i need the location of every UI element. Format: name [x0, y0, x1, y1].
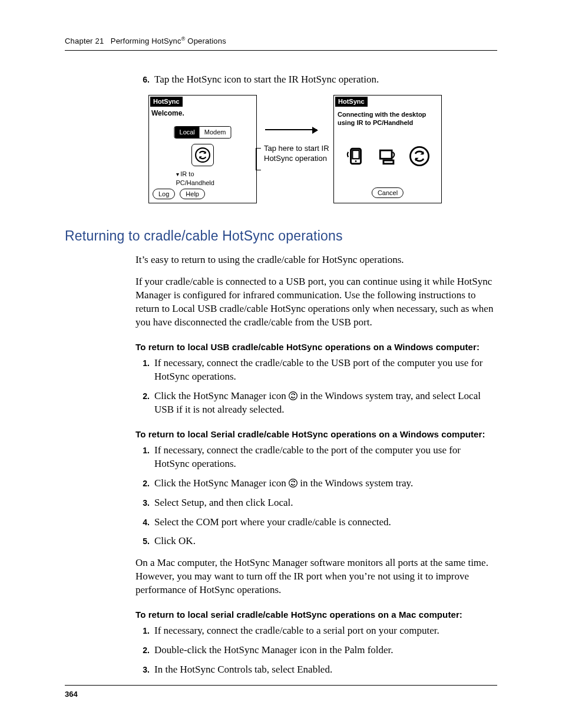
- subheading-serial-windows: To return to local Serial cradle/cable H…: [135, 429, 497, 440]
- step-text: Click the HotSync Manager icon in the Wi…: [154, 477, 497, 490]
- sync-icon: [195, 147, 210, 163]
- step-text: Select the COM port where your cradle/ca…: [154, 516, 497, 529]
- list-item: 1. If necessary, connect the cradle/cabl…: [135, 357, 497, 384]
- panel-title: HotSync: [335, 97, 368, 107]
- chapter-title-1: Performing HotSync: [111, 37, 181, 45]
- hotsync-panel-left: HotSync Welcome. Local Modem IR to PC/Ha…: [148, 95, 257, 203]
- step-number: 3.: [135, 663, 154, 677]
- list-serial-mac: 1. If necessary, connect the cradle/cabl…: [135, 624, 497, 677]
- step-number: 1.: [135, 624, 154, 638]
- list-item: 4. Select the COM port where your cradle…: [135, 516, 497, 529]
- step-text: Click OK.: [154, 535, 497, 548]
- hotsync-panel-right: HotSync Connecting with the desktop usin…: [333, 95, 442, 203]
- step-number: 4.: [135, 516, 154, 529]
- step-text: If necessary, connect the cradle/cable t…: [154, 624, 497, 638]
- connecting-text: Connecting with the desktop using IR to …: [338, 111, 438, 127]
- step-text: Double-click the HotSync Manager icon in…: [154, 644, 497, 657]
- list-item: 1. If necessary, connect the cradle/cabl…: [135, 444, 497, 471]
- local-modem-segment[interactable]: Local Modem: [174, 126, 232, 139]
- running-header: Chapter 21 Performing HotSync® Operation…: [65, 35, 497, 51]
- step-number: 1.: [135, 444, 154, 471]
- paragraph: On a Mac computer, the HotSync Manager s…: [135, 556, 497, 597]
- list-item: 3. In the HotSync Controls tab, select E…: [135, 663, 497, 677]
- section-heading: Returning to cradle/cable HotSync operat…: [65, 227, 497, 245]
- list-item: 2. Click the HotSync Manager icon in the…: [135, 477, 497, 490]
- step-6: 6. Tap the HotSync icon to start the IR …: [135, 73, 497, 87]
- list-item: 2. Click the HotSync Manager icon in the…: [135, 390, 497, 417]
- step-text: If necessary, connect the cradle/cable t…: [154, 357, 497, 384]
- list-serial-windows: 1. If necessary, connect the cradle/cabl…: [135, 444, 497, 549]
- callout-text: Tap here to start IR HotSync operation: [264, 143, 333, 164]
- hotsync-icon[interactable]: [191, 144, 214, 166]
- subheading-serial-mac: To return to local serial cradle/cable H…: [135, 609, 497, 621]
- ir-dropdown[interactable]: IR to PC/Handheld: [176, 170, 230, 187]
- welcome-text: Welcome.: [151, 108, 184, 118]
- chapter-label: Chapter 21: [65, 37, 104, 45]
- step-number: 2.: [135, 477, 154, 490]
- paragraph: If your cradle/cable is connected to a U…: [135, 275, 497, 330]
- page-number: 364: [65, 685, 497, 700]
- step-number: 6.: [135, 73, 154, 87]
- list-usb-windows: 1. If necessary, connect the cradle/cabl…: [135, 357, 497, 417]
- figure-callout: Tap here to start IR HotSync operation: [257, 95, 333, 123]
- step-text: If necessary, connect the cradle/cable t…: [154, 444, 497, 471]
- content-area: 6. Tap the HotSync icon to start the IR …: [135, 73, 497, 677]
- list-item: 2. Double-click the HotSync Manager icon…: [135, 644, 497, 657]
- step-number: 1.: [135, 357, 154, 384]
- hotsync-manager-icon: [289, 479, 297, 487]
- help-button[interactable]: Help: [180, 189, 205, 199]
- status-icons: [334, 146, 441, 166]
- bracket-icon: [256, 148, 261, 170]
- cancel-button[interactable]: Cancel: [372, 187, 404, 198]
- step-text: Tap the HotSync icon to start the IR Hot…: [154, 73, 497, 87]
- log-button[interactable]: Log: [153, 189, 175, 199]
- hotsync-manager-icon: [289, 391, 297, 400]
- page: Chapter 21 Performing HotSync® Operation…: [0, 0, 562, 728]
- sync-icon: [409, 146, 429, 166]
- handheld-icon: [346, 146, 366, 166]
- step-number: 2.: [135, 390, 154, 417]
- subheading-usb-windows: To return to local USB cradle/cable HotS…: [135, 341, 497, 353]
- step-number: 2.: [135, 644, 154, 657]
- list-item: 5. Click OK.: [135, 535, 497, 548]
- list-item: 3. Select Setup, and then click Local.: [135, 496, 497, 510]
- step-text: Select Setup, and then click Local.: [154, 496, 497, 510]
- segment-local[interactable]: Local: [175, 127, 200, 138]
- step-text: In the HotSync Controls tab, select Enab…: [154, 663, 497, 677]
- step-text: Click the HotSync Manager icon in the Wi…: [154, 390, 497, 417]
- reg-mark: ®: [181, 36, 186, 42]
- segment-modem[interactable]: Modem: [200, 127, 231, 138]
- step-number: 5.: [135, 535, 154, 548]
- paragraph: It’s easy to return to using the cradle/…: [135, 253, 497, 267]
- chapter-title-2: Operations: [186, 37, 226, 45]
- pc-icon: [378, 146, 398, 166]
- arrow-icon: [265, 129, 317, 130]
- list-item: 1. If necessary, connect the cradle/cabl…: [135, 624, 497, 638]
- figure: HotSync Welcome. Local Modem IR to PC/Ha…: [148, 95, 497, 203]
- step-number: 3.: [135, 496, 154, 510]
- panel-title: HotSync: [150, 97, 183, 107]
